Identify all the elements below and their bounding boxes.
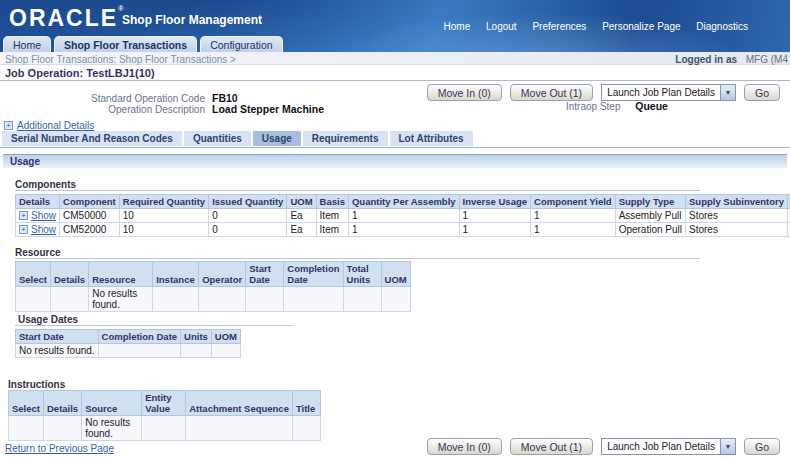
move-out-button[interactable]: Move Out (1) — [510, 84, 593, 101]
global-link-preferences[interactable]: Preferences — [532, 21, 586, 32]
launch-action-select[interactable]: Launch Job Plan Details ▼ — [601, 84, 736, 101]
col-operator: Operator — [199, 262, 246, 287]
resource-section-title: Resource — [15, 247, 61, 258]
expand-plus-icon[interactable]: + — [19, 225, 28, 234]
usage-section-header: Usage — [3, 154, 787, 168]
go-button-top[interactable]: Go — [744, 84, 780, 101]
issued-quantity-cell: 0 — [209, 209, 287, 223]
col-basis: Basis — [316, 195, 348, 209]
title-divider — [0, 80, 790, 81]
subtab-lot-attributes[interactable]: Lot Attributes — [390, 131, 473, 146]
component-cell: CM52000 — [60, 223, 120, 237]
instructions-table: Select Details Source Entity Value Attac… — [8, 390, 321, 441]
col-total-units: Total Units — [343, 262, 381, 287]
chevron-down-icon[interactable]: ▼ — [720, 85, 735, 100]
subtab-usage[interactable]: Usage — [253, 131, 301, 146]
show-link[interactable]: Show — [31, 210, 56, 221]
chevron-down-icon[interactable]: ▼ — [720, 439, 735, 454]
global-link-logout[interactable]: Logout — [486, 21, 517, 32]
move-out-button[interactable]: Move Out (1) — [510, 438, 593, 455]
component-yield-cell: 1 — [531, 223, 616, 237]
col-entity-value: Entity Value — [142, 391, 186, 416]
details-cell: + Show — [16, 223, 60, 237]
resource-divider — [15, 258, 700, 259]
oracle-logo: ORACLE® — [9, 5, 125, 32]
col-instance: Instance — [153, 262, 199, 287]
empty-cell — [292, 416, 320, 441]
empty-cell — [181, 344, 212, 358]
no-results-message: No results found. — [89, 287, 153, 312]
no-results-message: No results found. — [82, 416, 142, 441]
component-yield-cell: 1 — [531, 209, 616, 223]
resource-header-row: Select Details Resource Instance Operato… — [16, 262, 411, 287]
inverse-usage-cell: 1 — [459, 223, 530, 237]
move-in-button[interactable]: Move In (0) — [427, 438, 502, 455]
components-table: Details Component Required Quantity Issu… — [15, 194, 790, 237]
quantity-per-assembly-cell: 1 — [348, 223, 459, 237]
empty-cell — [186, 416, 293, 441]
no-results-message: No results found. — [16, 344, 99, 358]
col-uom: UOM — [211, 330, 240, 344]
go-button-bottom[interactable]: Go — [744, 438, 780, 455]
empty-cell — [44, 416, 82, 441]
additional-details: + Additional Details — [4, 120, 94, 131]
global-links: Home Logout Preferences Personalize Page… — [431, 21, 748, 32]
operation-description-label: Operation Description — [0, 104, 205, 115]
logged-in-as: Logged in as MFG (M4 — [675, 54, 788, 65]
tab-shop-floor-transactions[interactable]: Shop Floor Transactions — [54, 36, 197, 52]
usage-dates-table: Start Date Completion Date Units UOM No … — [15, 329, 241, 358]
subtab-quantities[interactable]: Quantities — [184, 131, 251, 146]
col-issued-quantity: Issued Quantity — [209, 195, 287, 209]
empty-cell — [9, 416, 44, 441]
move-in-button[interactable]: Move In (0) — [427, 84, 502, 101]
details-cell: + Show — [16, 209, 60, 223]
col-completion-date: Completion Date — [284, 262, 343, 287]
col-resource: Resource — [89, 262, 153, 287]
supply-subinventory-cell: Stores — [686, 223, 788, 237]
subtab-serial-number-and-reason-codes[interactable]: Serial Number And Reason Codes — [2, 131, 182, 146]
uom-cell: Ea — [287, 209, 316, 223]
issued-quantity-cell: 0 — [209, 223, 287, 237]
shop-floor-management-page: ORACLE® Shop Floor Management Home Logou… — [0, 0, 790, 458]
global-link-diagnostics[interactable]: Diagnostics — [696, 21, 748, 32]
supply-subinventory-cell: Stores — [686, 209, 788, 223]
usage-dates-header-row: Start Date Completion Date Units UOM — [16, 330, 241, 344]
instructions-header-row: Select Details Source Entity Value Attac… — [9, 391, 321, 416]
instructions-empty-row: No results found. — [9, 416, 321, 441]
expand-plus-icon[interactable]: + — [19, 211, 28, 220]
empty-cell — [98, 344, 180, 358]
empty-cell — [343, 287, 381, 312]
col-attachment-sequence: Attachment Sequence — [186, 391, 293, 416]
components-header-row: Details Component Required Quantity Issu… — [16, 195, 790, 209]
launch-action-selected-value: Launch Job Plan Details — [602, 439, 720, 454]
additional-details-link[interactable]: Additional Details — [17, 120, 94, 131]
logged-in-label: Logged in as — [675, 54, 737, 65]
empty-cell — [284, 287, 343, 312]
global-link-personalize-page[interactable]: Personalize Page — [602, 21, 680, 32]
col-inverse-usage: Inverse Usage — [459, 195, 530, 209]
page-title: Job Operation: TestLBJ1(10) — [5, 67, 155, 79]
operation-description-value: Load Stepper Machine — [212, 103, 324, 115]
col-component: Component — [60, 195, 120, 209]
global-link-home[interactable]: Home — [444, 21, 471, 32]
show-link[interactable]: Show — [31, 224, 56, 235]
subtab-requirements[interactable]: Requirements — [303, 131, 388, 146]
col-uom: UOM — [287, 195, 316, 209]
operation-description-row: Operation Description Load Stepper Machi… — [0, 103, 324, 115]
tab-home[interactable]: Home — [3, 36, 51, 52]
tab-configuration[interactable]: Configuration — [200, 36, 282, 52]
col-details: Details — [51, 262, 89, 287]
col-component-yield: Component Yield — [531, 195, 616, 209]
component-cell: CM50000 — [60, 209, 120, 223]
return-to-previous-page-link[interactable]: Return to Previous Page — [5, 443, 114, 454]
basis-cell: Item — [316, 223, 348, 237]
col-select: Select — [16, 262, 51, 287]
breadcrumb[interactable]: Shop Floor Transactions: Shop Floor Tran… — [5, 54, 236, 65]
resource-empty-row: No results found. — [16, 287, 411, 312]
expand-plus-icon[interactable]: + — [4, 121, 13, 130]
empty-cell — [381, 287, 410, 312]
intraop-step-label: Intraop Step — [566, 101, 620, 112]
uom-cell: Ea — [287, 223, 316, 237]
launch-action-select[interactable]: Launch Job Plan Details ▼ — [601, 438, 736, 455]
sub-tab-bar: Serial Number And Reason Codes Quantitie… — [2, 131, 473, 146]
